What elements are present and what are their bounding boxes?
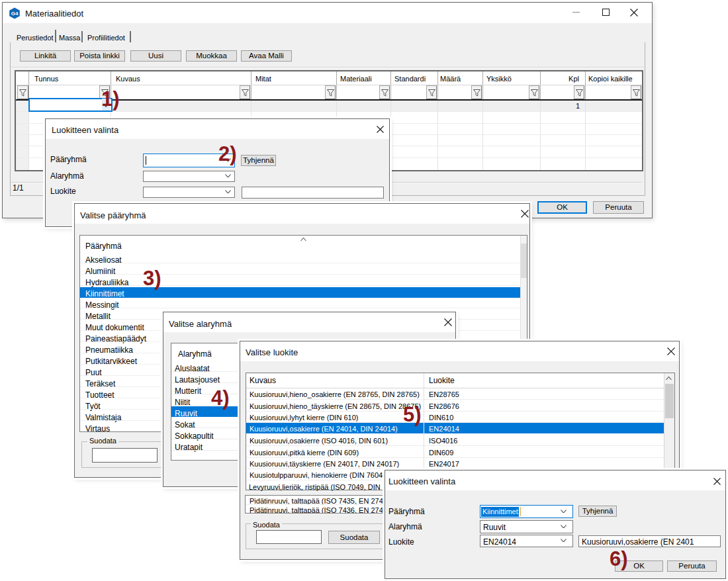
svg-text:G4: G4 (11, 11, 19, 17)
